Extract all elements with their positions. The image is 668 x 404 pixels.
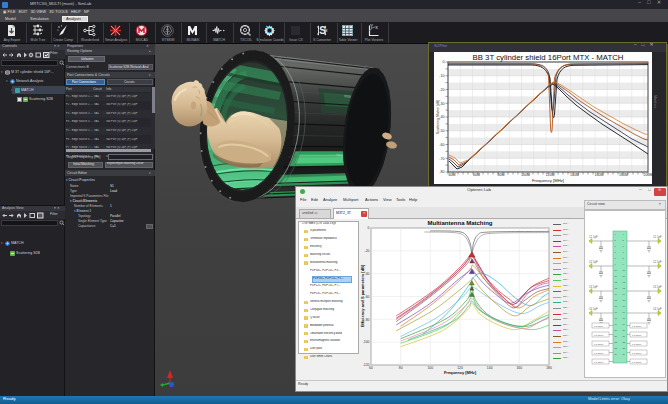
svg-text:120M: 120M <box>546 173 555 177</box>
svg-text:0.5 25pF: 0.5 25pF <box>594 361 604 364</box>
svg-text:x: x <box>376 25 379 30</box>
svg-text:180M: 180M <box>619 173 628 177</box>
svg-text:80M: 80M <box>498 173 505 177</box>
svg-text:-70: -70 <box>439 157 444 161</box>
svg-text:100M: 100M <box>521 173 530 177</box>
svg-text:Efficiency and S parameters [d: Efficiency and S parameters [dB] <box>360 264 365 327</box>
svg-text:-60: -60 <box>365 295 370 299</box>
svg-text:-40: -40 <box>365 272 370 276</box>
svg-text:100: 100 <box>427 366 433 370</box>
svg-text:0: 0 <box>443 60 445 64</box>
svg-text:-60: -60 <box>439 143 444 147</box>
svg-text:200M: 200M <box>644 173 653 177</box>
svg-text:C3 1pF: C3 1pF <box>653 285 662 289</box>
svg-text:0.5 25pF: 0.5 25pF <box>632 343 642 346</box>
svg-text:C3 1pF: C3 1pF <box>589 285 598 289</box>
svg-text:-120: -120 <box>363 363 370 367</box>
svg-text:160M: 160M <box>595 173 604 177</box>
svg-text:C1 1pF: C1 1pF <box>589 235 598 239</box>
svg-text:0.5 25pF: 0.5 25pF <box>632 325 642 328</box>
svg-text:C2 1pF: C2 1pF <box>653 260 662 264</box>
svg-text:-10: -10 <box>439 74 444 78</box>
svg-text:-50: -50 <box>439 129 444 133</box>
svg-text:-20: -20 <box>439 88 444 92</box>
svg-text:0.5 25pF: 0.5 25pF <box>594 343 604 346</box>
svg-text:60M: 60M <box>473 173 480 177</box>
svg-text:140: 140 <box>487 366 493 370</box>
svg-text:Frequency [MHz]: Frequency [MHz] <box>444 370 477 375</box>
svg-text:0.5 25pF: 0.5 25pF <box>594 334 604 337</box>
svg-text:-20: -20 <box>365 249 370 253</box>
svg-text:C1 1pF: C1 1pF <box>653 235 662 239</box>
svg-text:60: 60 <box>369 366 373 370</box>
svg-text:40M: 40M <box>449 173 456 177</box>
svg-text:0: 0 <box>368 226 370 230</box>
svg-text:Multiantenna Matching: Multiantenna Matching <box>428 220 493 226</box>
svg-text:Frequency [MHz]: Frequency [MHz] <box>532 178 564 183</box>
svg-text:0.5 25pF: 0.5 25pF <box>594 352 604 355</box>
svg-text:-80: -80 <box>439 170 444 174</box>
svg-text:80: 80 <box>399 366 403 370</box>
svg-text:-40: -40 <box>439 115 444 119</box>
svg-text:0.5 25pF: 0.5 25pF <box>632 352 642 355</box>
svg-text:0.5 25pF: 0.5 25pF <box>594 325 604 328</box>
svg-text:0.5 25pF: 0.5 25pF <box>632 361 642 364</box>
svg-text:BB 3T cylinder shield 16Port M: BB 3T cylinder shield 16Port MTX - MATCH <box>473 53 624 62</box>
svg-text:C2 1pF: C2 1pF <box>589 260 598 264</box>
svg-text:C4 1pF: C4 1pF <box>653 307 662 311</box>
svg-text:180: 180 <box>546 366 552 370</box>
svg-text:-80: -80 <box>365 318 370 322</box>
svg-text:Scattering Matrix [dB]: Scattering Matrix [dB] <box>436 100 440 134</box>
svg-text:140M: 140M <box>570 173 579 177</box>
svg-text:160: 160 <box>516 366 522 370</box>
svg-text:-30: -30 <box>439 102 444 106</box>
svg-text:0.5 25pF: 0.5 25pF <box>632 334 642 337</box>
svg-text:Y: Y <box>370 24 373 29</box>
svg-text:C4 1pF: C4 1pF <box>589 307 598 311</box>
svg-text:-100: -100 <box>363 340 370 344</box>
